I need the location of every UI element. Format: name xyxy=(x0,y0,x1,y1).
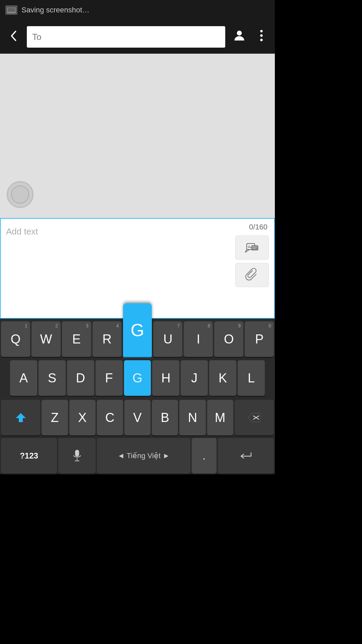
svg-rect-19 xyxy=(75,450,79,457)
action-buttons xyxy=(235,235,269,287)
key-w-num: 2 xyxy=(55,323,58,328)
key-e[interactable]: 3 E xyxy=(62,321,91,357)
enter-key[interactable] xyxy=(218,438,274,474)
key-g-popup[interactable]: G xyxy=(123,303,152,357)
svg-rect-1 xyxy=(8,8,15,12)
send-button[interactable] xyxy=(235,235,269,260)
key-r-num: 4 xyxy=(116,323,119,328)
char-count: 0/160 xyxy=(249,223,267,231)
top-bar xyxy=(0,20,275,54)
status-text: Saving screenshot… xyxy=(21,6,89,14)
more-menu-icon[interactable] xyxy=(253,25,269,49)
period-key[interactable]: . xyxy=(192,438,217,474)
svg-point-8 xyxy=(260,39,262,41)
contact-icon[interactable] xyxy=(229,25,249,49)
key-q[interactable]: 1 Q xyxy=(1,321,30,357)
svg-point-5 xyxy=(237,31,242,36)
key-d[interactable]: D xyxy=(67,360,94,396)
key-r[interactable]: 4 R xyxy=(93,321,122,357)
key-n[interactable]: N xyxy=(179,400,205,435)
num-sym-label: ?123 xyxy=(20,451,38,461)
language-key[interactable]: ◄ Tiếng Việt ► xyxy=(97,438,190,474)
key-p-num: 0 xyxy=(268,323,271,328)
key-j[interactable]: J xyxy=(181,360,208,396)
record-inner-ring xyxy=(11,185,29,204)
key-z[interactable]: Z xyxy=(42,400,68,435)
key-o[interactable]: 9 O xyxy=(214,321,243,357)
svg-rect-14 xyxy=(251,246,258,250)
key-g-active[interactable]: G xyxy=(124,360,151,396)
key-f[interactable]: F xyxy=(96,360,123,396)
svg-point-6 xyxy=(260,30,262,32)
keyboard-row-2: A S D F G H J K L xyxy=(0,358,275,398)
delete-key[interactable] xyxy=(235,400,274,435)
status-bar: Saving screenshot… xyxy=(0,0,275,20)
key-u-num: 7 xyxy=(177,323,180,328)
key-l[interactable]: L xyxy=(238,360,265,396)
shift-key[interactable] xyxy=(1,400,40,435)
key-u[interactable]: 7 U xyxy=(153,321,182,357)
attach-button[interactable] xyxy=(235,263,269,287)
keyboard-row-3: Z X C V B N M xyxy=(0,398,275,437)
language-label: ◄ Tiếng Việt ► xyxy=(117,451,170,460)
period-label: . xyxy=(202,450,205,461)
keyboard-row-1: 1 Q 2 W 3 E 4 R G 7 U 8 I 9 O xyxy=(0,319,275,358)
key-e-num: 3 xyxy=(86,323,88,328)
key-a[interactable]: A xyxy=(10,360,37,396)
key-q-num: 1 xyxy=(25,323,27,328)
key-x[interactable]: X xyxy=(69,400,96,435)
num-sym-key[interactable]: ?123 xyxy=(1,438,57,474)
key-v[interactable]: V xyxy=(124,400,150,435)
key-b[interactable]: B xyxy=(152,400,178,435)
screenshot-icon xyxy=(5,5,17,15)
message-area xyxy=(0,54,275,218)
to-input[interactable] xyxy=(27,26,225,48)
key-w[interactable]: 2 W xyxy=(32,321,61,357)
message-text-field[interactable]: Add text xyxy=(6,224,269,313)
mic-key[interactable] xyxy=(58,438,96,474)
key-m[interactable]: M xyxy=(207,400,233,435)
record-button[interactable] xyxy=(7,181,34,208)
back-button[interactable] xyxy=(5,25,23,48)
svg-point-7 xyxy=(260,34,262,37)
keyboard: 1 Q 2 W 3 E 4 R G 7 U 8 I 9 O xyxy=(0,319,275,474)
key-h[interactable]: H xyxy=(152,360,179,396)
key-k[interactable]: K xyxy=(209,360,236,396)
key-i[interactable]: 8 I xyxy=(184,321,213,357)
key-o-num: 9 xyxy=(238,323,241,328)
key-i-num: 8 xyxy=(207,323,210,328)
key-c[interactable]: C xyxy=(97,400,123,435)
key-s[interactable]: S xyxy=(39,360,66,396)
key-p[interactable]: 0 P xyxy=(245,321,274,357)
keyboard-row-4: ?123 ◄ Tiếng Việt ► . xyxy=(0,437,275,474)
